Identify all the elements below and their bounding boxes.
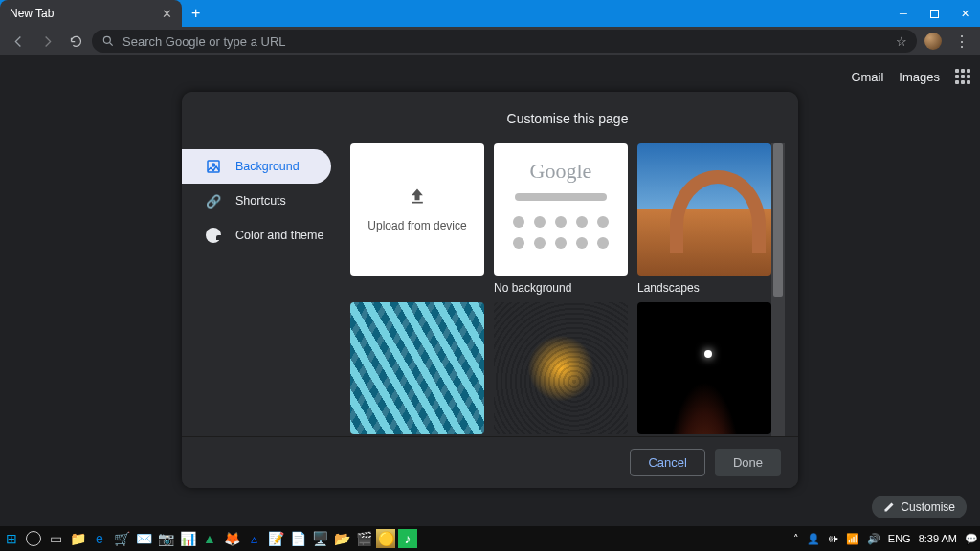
forward-button[interactable] xyxy=(34,29,59,54)
taskbar-app-2[interactable]: e xyxy=(90,529,109,548)
taskbar-app-14[interactable]: 🎬 xyxy=(354,529,373,548)
browser-tab[interactable]: New Tab ✕ xyxy=(0,0,182,27)
taskbar-app-13[interactable]: 📂 xyxy=(332,529,351,548)
sidebar-item-label: Color and theme xyxy=(235,229,323,242)
maximize-button[interactable] xyxy=(919,0,949,27)
sidebar-item-shortcuts[interactable]: Shortcuts xyxy=(182,184,331,218)
textures-card-2[interactable] xyxy=(494,302,628,434)
ntp-header-links: Gmail Images xyxy=(851,69,970,84)
tab-title: New Tab xyxy=(10,7,160,20)
gmail-link[interactable]: Gmail xyxy=(851,70,883,84)
taskbar-app-11[interactable]: 📄 xyxy=(288,529,307,548)
landscapes-caption: Landscapes xyxy=(637,281,771,295)
system-tray: ˄ 👤 🕪 📶 🔊 ENG 8:39 AM 💬 xyxy=(793,533,980,545)
scrollbar-thumb[interactable] xyxy=(773,143,783,297)
svg-rect-3 xyxy=(412,202,423,204)
tray-wifi-icon[interactable]: 📶 xyxy=(846,533,859,545)
start-button[interactable]: ⊞ xyxy=(2,529,21,548)
back-button[interactable] xyxy=(6,29,31,54)
search-icon xyxy=(101,34,115,48)
taskbar-app-7[interactable]: ▲ xyxy=(200,529,219,548)
close-window-button[interactable]: ✕ xyxy=(949,0,980,27)
no-background-caption: No background xyxy=(494,281,628,295)
tray-volume-icon[interactable]: 🔊 xyxy=(867,533,880,545)
taskbar-app-6[interactable]: 📊 xyxy=(178,529,197,548)
taskbar-app-5[interactable]: 📷 xyxy=(156,529,175,548)
customise-dialog: Background Shortcuts Color and theme Cus… xyxy=(182,92,798,488)
background-icon xyxy=(205,158,222,175)
taskbar-app-10[interactable]: 📝 xyxy=(266,529,285,548)
svg-point-2 xyxy=(212,164,215,166)
palette-icon xyxy=(205,227,222,244)
sidebar-item-colortheme[interactable]: Color and theme xyxy=(182,218,331,253)
tray-language[interactable]: ENG xyxy=(888,533,911,544)
taskbar-spotify[interactable]: ♪ xyxy=(398,529,417,548)
texture-thumbnail-3 xyxy=(637,302,771,434)
texture-thumbnail-1 xyxy=(350,302,484,434)
tray-people-icon[interactable]: 👤 xyxy=(807,533,820,545)
sidebar-item-label: Background xyxy=(235,160,300,173)
dialog-footer: Cancel Done xyxy=(182,436,798,488)
reload-button[interactable] xyxy=(63,29,88,54)
textures-card-3[interactable] xyxy=(637,302,771,434)
browser-toolbar: Search Google or type a URL ☆ ⋮ xyxy=(0,27,980,55)
customise-chip-label: Customise xyxy=(901,500,955,514)
textures-card-1[interactable] xyxy=(350,302,484,434)
sidebar-item-label: Shortcuts xyxy=(235,194,286,208)
cortana-icon[interactable] xyxy=(24,529,43,548)
taskbar-app-4[interactable]: ✉️ xyxy=(134,529,153,548)
tray-bluetooth-icon[interactable]: 🕪 xyxy=(828,533,838,544)
google-apps-icon[interactable] xyxy=(955,69,970,84)
taskbar-app-12[interactable]: 🖥️ xyxy=(310,529,329,548)
pen-icon xyxy=(883,501,895,513)
bookmark-star-icon[interactable]: ☆ xyxy=(896,34,907,49)
dialog-scrollbar[interactable] xyxy=(771,143,785,436)
close-tab-icon[interactable]: ✕ xyxy=(160,7,174,21)
new-tab-button[interactable]: + xyxy=(182,0,210,27)
taskbar-chrome[interactable]: 🟡 xyxy=(376,529,395,548)
upload-icon xyxy=(408,187,427,206)
no-background-card[interactable]: Google No background xyxy=(494,143,628,295)
taskbar-app-9[interactable]: ▵ xyxy=(244,529,263,548)
link-icon xyxy=(205,192,222,209)
dialog-title: Customise this page xyxy=(350,111,785,126)
google-logo: Google xyxy=(530,159,592,184)
landscapes-thumbnail xyxy=(637,143,771,276)
customise-chip[interactable]: Customise xyxy=(872,496,967,518)
landscapes-card[interactable]: Landscapes xyxy=(637,143,771,295)
texture-thumbnail-2 xyxy=(494,302,628,434)
tray-chevron-icon[interactable]: ˄ xyxy=(793,533,799,545)
upload-from-device-card[interactable]: Upload from device xyxy=(350,143,484,295)
dialog-sidebar: Background Shortcuts Color and theme xyxy=(182,92,350,436)
minimize-button[interactable]: ─ xyxy=(888,0,919,27)
images-link[interactable]: Images xyxy=(899,70,940,84)
browser-menu-button[interactable]: ⋮ xyxy=(949,29,974,54)
upload-label: Upload from device xyxy=(368,219,466,232)
window-controls: ─ ✕ xyxy=(888,0,980,27)
task-view-icon[interactable]: ▭ xyxy=(46,529,65,548)
windows-taskbar: ⊞ ▭ 📁 e 🛒 ✉️ 📷 📊 ▲ 🦊 ▵ 📝 📄 🖥️ 📂 🎬 🟡 ♪ ˄ … xyxy=(0,526,980,551)
omnibox[interactable]: Search Google or type a URL ☆ xyxy=(92,30,917,53)
taskbar-app-8[interactable]: 🦊 xyxy=(222,529,241,548)
taskbar-app-1[interactable]: 📁 xyxy=(68,529,87,548)
cancel-button[interactable]: Cancel xyxy=(630,449,704,476)
taskbar-app-3[interactable]: 🛒 xyxy=(112,529,131,548)
done-button[interactable]: Done xyxy=(715,449,781,476)
tray-notifications-icon[interactable]: 💬 xyxy=(965,533,978,545)
sidebar-item-background[interactable]: Background xyxy=(182,149,331,184)
svg-point-0 xyxy=(103,36,110,43)
tray-clock[interactable]: 8:39 AM xyxy=(919,533,957,544)
profile-avatar[interactable] xyxy=(921,29,946,54)
titlebar: New Tab ✕ + ─ ✕ xyxy=(0,0,980,27)
background-grid: Upload from device Google No background xyxy=(350,143,785,434)
omnibox-placeholder: Search Google or type a URL xyxy=(122,34,888,49)
